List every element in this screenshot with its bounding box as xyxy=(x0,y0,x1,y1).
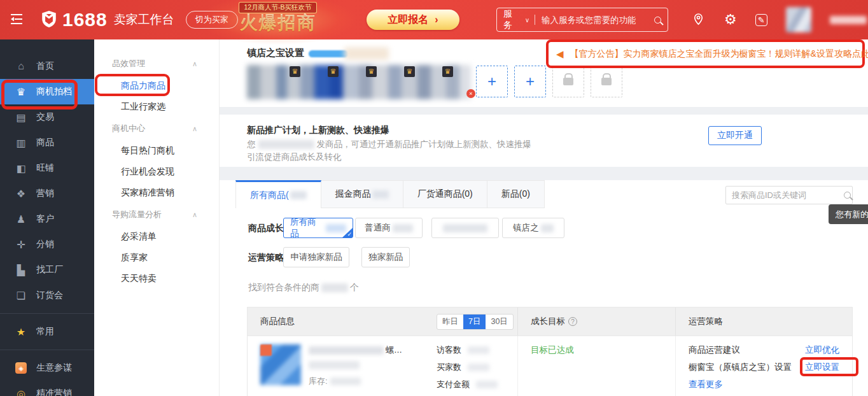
signup-now-button[interactable]: 立即报名 › xyxy=(367,10,459,30)
sidebar-item-order-fair[interactable]: ❏ 订货会 xyxy=(0,283,94,308)
submenu-item-buyer-marketing[interactable]: 买家精准营销 xyxy=(94,182,219,203)
promo-banner[interactable]: 12月商人节-B买狂欢节 火爆招商 xyxy=(219,0,337,39)
redacted-count xyxy=(326,224,346,232)
announcement-text: 【官方公告】实力商家镇店之宝全面升级为橱窗宝！规则详解&设置攻略点此查看！ xyxy=(570,48,868,60)
table-header: 商品信息 昨日 7日 30日 成长目标 ? 运营策略 xyxy=(248,308,852,336)
locked-slot xyxy=(552,66,584,97)
collapse-sidebar-icon[interactable] xyxy=(9,13,24,27)
col-header-growth-goal: 成长目标 ? xyxy=(517,308,675,336)
new-message-toast[interactable]: 您有新的消 xyxy=(829,204,868,224)
official-announcement-banner[interactable]: ◀ 【官方公告】实力商家镇店之宝全面升级为橱窗宝！规则详解&设置攻略点此查看！ xyxy=(546,39,865,68)
sidebar-item-marketing[interactable]: ❖ 营销 xyxy=(0,181,94,206)
cell-metrics: 访客数 买家数 支付金额 xyxy=(431,336,517,396)
submenu-item-must-buy-list[interactable]: 必采清单 xyxy=(94,226,219,247)
product-tabs: 所有商品( 掘金商品 厂货通商品(0) 新品(0) xyxy=(235,180,545,208)
redacted-count xyxy=(372,190,389,199)
header-search-input[interactable] xyxy=(542,15,654,25)
submenu-item-industry-discovery[interactable]: 行业机会发现 xyxy=(94,161,219,182)
submenu-item-quality-home[interactable]: 质享家 xyxy=(94,247,219,268)
person-icon: ♟ xyxy=(15,213,27,225)
username-redacted xyxy=(830,16,867,24)
submenu-item-daily-hot[interactable]: 每日热门商机 xyxy=(94,140,219,161)
sidebar-item-distribution[interactable]: ✛ 分销 xyxy=(0,232,94,257)
strategy-label-suggestion: 商品运营建议 xyxy=(689,344,740,356)
tab-all-products[interactable]: 所有商品( xyxy=(235,180,321,208)
header-search-box[interactable]: 服务 ∨ xyxy=(496,8,668,32)
avatar[interactable] xyxy=(786,7,811,32)
redacted-block xyxy=(344,47,389,60)
sidebar-item-shop[interactable]: ◧ 旺铺 xyxy=(0,155,94,181)
product-search-input[interactable] xyxy=(732,190,844,200)
search-category-select[interactable]: 服务 xyxy=(503,8,521,31)
date-range-toggle[interactable]: 昨日 7日 30日 xyxy=(437,314,514,330)
strategy-chip-apply-exclusive[interactable]: 申请独家新品 xyxy=(283,247,349,267)
submenu-item-industrial-expert[interactable]: 工业行家选 xyxy=(94,96,219,117)
remove-badge-icon[interactable]: × xyxy=(466,89,475,98)
submenu-group-quality[interactable]: 品效管理 ∧ xyxy=(94,52,219,75)
product-thumbnail-redacted[interactable] xyxy=(260,344,301,385)
tab-new-products[interactable]: 新品(0) xyxy=(487,180,545,208)
strategy-chip-exclusive[interactable]: 独家新品 xyxy=(361,247,410,267)
sidebar-divider xyxy=(0,350,94,350)
submenu-item-product-power[interactable]: 商品力商品 xyxy=(94,75,219,96)
sidebar-item-precision-marketing[interactable]: ◎ 精准营销 xyxy=(0,381,94,396)
tag-icon: ❖ xyxy=(15,188,27,200)
brand-1688: 1688 xyxy=(62,9,108,31)
sidebar-item-home[interactable]: ⌂ 首页 xyxy=(0,53,94,79)
treasure-products-strip-redacted[interactable] xyxy=(247,65,471,99)
redacted-label xyxy=(443,224,487,232)
optimize-now-link[interactable]: 立即优化 xyxy=(805,344,839,356)
growth-chip-redacted[interactable] xyxy=(431,218,499,238)
chevron-up-icon: ∧ xyxy=(192,60,197,68)
crown-badge-icon: ♛ xyxy=(442,66,453,77)
redacted-value xyxy=(476,381,498,388)
product-search-box[interactable] xyxy=(725,186,853,204)
growth-filter-label: 商品成长 xyxy=(248,223,284,234)
activate-now-button[interactable]: 立即开通 xyxy=(708,126,762,145)
growth-chip-normal[interactable]: 普通商 xyxy=(355,218,423,238)
chevron-up-icon: ∧ xyxy=(192,125,197,133)
sidebar-item-business-advisor[interactable]: ◈ 生意参谋 xyxy=(0,355,94,381)
help-question-icon[interactable]: ? xyxy=(568,317,577,326)
search-icon[interactable] xyxy=(844,192,851,199)
strategy-label-showcase: 橱窗宝（原镇店之宝）设置 xyxy=(689,362,792,373)
lock-icon xyxy=(563,78,573,85)
redacted-value xyxy=(468,364,489,371)
redacted-count xyxy=(393,224,413,232)
add-treasure-slot-button[interactable]: + xyxy=(476,66,508,97)
search-icon[interactable] xyxy=(654,17,661,24)
sidebar-item-goods[interactable]: ▥ 商品 xyxy=(0,130,94,155)
settings-gear-icon[interactable]: ⚙ xyxy=(724,13,737,27)
shield-logo-icon xyxy=(41,10,57,30)
growth-chip-all[interactable]: 所有商品 ✓ xyxy=(283,218,353,238)
logo[interactable]: 1688 卖家工作台 xyxy=(41,9,174,31)
sidebar-item-customers[interactable]: ♟ 客户 xyxy=(0,206,94,232)
arrow-right-icon: › xyxy=(435,14,438,25)
toggle-yesterday[interactable]: 昨日 xyxy=(437,315,463,329)
sidebar-divider xyxy=(0,313,94,314)
tab-factory-direct-products[interactable]: 厂货通商品(0) xyxy=(403,180,487,208)
view-more-link[interactable]: 查看更多 xyxy=(689,379,723,390)
toggle-7days[interactable]: 7日 xyxy=(463,315,486,329)
sidebar-item-find-factory[interactable]: ▙ 找工厂 xyxy=(0,257,94,283)
growth-chip-treasure[interactable]: 镇店之 xyxy=(502,218,564,238)
share-icon: ✛ xyxy=(15,239,27,251)
product-title[interactable]: 螺… xyxy=(309,344,402,356)
redacted-count xyxy=(321,283,348,292)
add-treasure-slot-button[interactable]: + xyxy=(514,66,546,97)
sidebar-item-favorites[interactable]: ★ 常用 xyxy=(0,319,94,344)
redacted-block xyxy=(258,140,314,149)
submenu-group-opportunity-center[interactable]: 商机中心 ∧ xyxy=(94,117,219,140)
progress-pill-redacted xyxy=(309,50,348,57)
sidebar-item-opportunity-partner[interactable]: ♛ 商机拍档 xyxy=(0,79,94,104)
crown-badge-icon: ♛ xyxy=(290,66,300,77)
setup-now-link[interactable]: 立即设置 xyxy=(805,362,839,373)
crown-icon: ♛ xyxy=(15,86,27,98)
submenu-item-daily-deals[interactable]: 天天特卖 xyxy=(94,268,219,289)
compose-icon[interactable]: ✎ xyxy=(755,14,767,26)
submenu-group-traffic-analysis[interactable]: 导购流量分析 ∧ xyxy=(94,203,219,226)
sidebar-item-trade[interactable]: ▤ 交易 xyxy=(0,104,94,130)
location-pin-icon[interactable] xyxy=(691,11,706,28)
tab-gold-products[interactable]: 掘金商品 xyxy=(321,180,403,208)
toggle-30days[interactable]: 30日 xyxy=(486,315,512,329)
